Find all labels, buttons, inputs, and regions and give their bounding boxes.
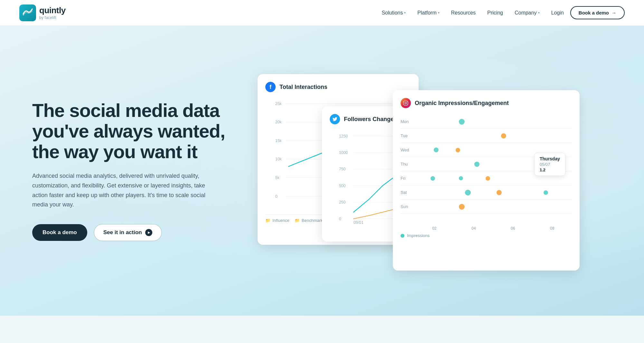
dot (459, 204, 465, 210)
dot (544, 190, 548, 195)
navigation: quintly by facelift Solutions ▾ Platform… (0, 0, 644, 26)
hero-content: The social media data you've always want… (32, 100, 258, 241)
dot (434, 148, 439, 152)
twitter-icon (330, 114, 340, 124)
svg-text:15k: 15k (275, 138, 282, 143)
svg-text:0: 0 (275, 194, 278, 199)
scatter-chart: Mon Tue Wed (401, 115, 572, 224)
folder-icon: 📁 (295, 218, 300, 223)
panel-header: Organic Impressions/Engagement (401, 98, 572, 108)
svg-point-30 (407, 102, 407, 102)
scatter-row-mon: Mon (401, 115, 572, 129)
chevron-icon: ▾ (538, 11, 540, 14)
scatter-dots (415, 186, 572, 199)
nav-resources[interactable]: Resources (451, 10, 476, 16)
scatter-row-sun: Sun (401, 200, 572, 214)
hero-section: The social media data you've always want… (0, 26, 644, 316)
hero-see-action-button[interactable]: See it in action (94, 224, 162, 241)
dot (501, 133, 506, 138)
dot (486, 176, 490, 181)
dot (456, 148, 460, 152)
book-demo-button[interactable]: Book a demo → (570, 6, 625, 19)
svg-text:10k: 10k (275, 157, 282, 161)
svg-text:0: 0 (339, 217, 341, 221)
svg-text:1250: 1250 (339, 134, 348, 138)
svg-text:500: 500 (339, 184, 346, 188)
nav-links: Solutions ▾ Platform ▾ Resources Pricing… (382, 10, 539, 16)
hero-title: The social media data you've always want… (32, 100, 238, 162)
panel-title: Total Interactions (279, 84, 327, 91)
scatter-dots (415, 200, 572, 214)
footer-influence: 📁 Influence (265, 218, 289, 223)
dot (431, 176, 435, 181)
svg-text:20k: 20k (275, 120, 282, 124)
nav-platform[interactable]: Platform ▾ (417, 10, 440, 16)
svg-text:25k: 25k (275, 101, 282, 106)
instagram-icon (401, 98, 411, 108)
panel-title: Organic Impressions/Engagement (415, 100, 509, 107)
hero-description: Advanced social media analytics, deliver… (32, 171, 206, 210)
scatter-dots (415, 115, 572, 129)
svg-text:1000: 1000 (339, 150, 348, 155)
nav-solutions[interactable]: Solutions ▾ (382, 10, 406, 16)
dot (465, 190, 471, 195)
nav-company[interactable]: Company ▾ (515, 10, 539, 16)
scatter-dots (415, 129, 572, 143)
chevron-icon: ▾ (404, 11, 406, 14)
x-axis: 02 04 06 08 (401, 224, 572, 231)
svg-text:750: 750 (339, 167, 346, 171)
hero-buttons: Book a demo See it in action (32, 224, 238, 241)
scatter-row-sat: Sat (401, 186, 572, 200)
play-icon (145, 229, 152, 236)
scatter-row-tue: Tue (401, 129, 572, 143)
svg-point-29 (405, 102, 406, 104)
dot (459, 176, 463, 180)
scatter-row-thu: Thu Thursday 05/07 1.2 (401, 157, 572, 171)
logo-icon (19, 5, 36, 21)
facebook-icon: f (265, 82, 276, 92)
dot (459, 119, 465, 125)
logo[interactable]: quintly by facelift (19, 5, 66, 21)
organic-impressions-panel: Organic Impressions/Engagement Mon Tue (393, 90, 580, 271)
svg-text:09/01: 09/01 (354, 220, 364, 225)
svg-rect-28 (403, 101, 408, 105)
impressions-legend: Impressions (401, 231, 572, 238)
chevron-icon: ▾ (438, 11, 440, 14)
hero-dashboard: f Total Interactions 25k 20k 15k 10k 5k … (258, 74, 625, 267)
nav-pricing[interactable]: Pricing (487, 10, 503, 16)
arrow-icon: → (611, 10, 616, 15)
svg-text:250: 250 (339, 200, 346, 205)
panel-header: f Total Interactions (265, 82, 411, 92)
hero-book-demo-button[interactable]: Book a demo (32, 224, 87, 241)
svg-text:5k: 5k (275, 176, 280, 180)
logo-text: quintly by facelift (39, 5, 66, 20)
tooltip: Thursday 05/07 1.2 (534, 153, 565, 176)
login-link[interactable]: Login (551, 10, 564, 16)
legend-dot (401, 234, 404, 238)
folder-icon: 📁 (265, 218, 270, 223)
dot (474, 162, 479, 167)
footer-benchmark: 📁 Benchmark (295, 218, 323, 223)
dot (497, 190, 502, 195)
